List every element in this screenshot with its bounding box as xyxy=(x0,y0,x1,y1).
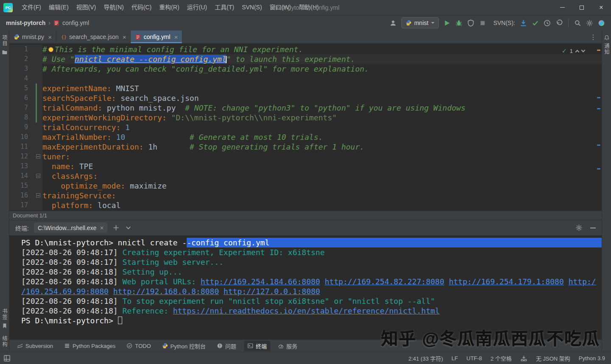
python-interpreter[interactable]: Python 3.9 xyxy=(579,355,605,361)
stripe-mark[interactable] xyxy=(597,108,600,109)
tool-button-project[interactable]: 项目 xyxy=(1,35,8,55)
terminal-line[interactable]: PS D:\mnist-pytorch> xyxy=(9,316,602,325)
menu-item[interactable]: 视图(V) xyxy=(73,0,100,15)
editor-line-5[interactable]: 5experimentName: MNIST xyxy=(9,83,602,93)
editor-line-1[interactable]: 1#This is the minimal config file for an… xyxy=(9,44,602,54)
tool-window-button-服务[interactable]: 服务 xyxy=(275,341,301,351)
terminal-link[interactable]: http://169.254.179.1:8080 xyxy=(449,277,564,286)
line-separator[interactable]: LF xyxy=(451,355,458,361)
shelf-icon[interactable] xyxy=(520,355,527,362)
run-configuration-select[interactable]: mnist xyxy=(401,17,438,28)
svn-commit-icon[interactable] xyxy=(532,19,539,27)
tab-options-icon[interactable]: ⋮ xyxy=(585,31,602,43)
terminal-line[interactable]: [2022-08-26 09:48:18] Web portal URLs: h… xyxy=(9,277,602,286)
minimize-button[interactable] xyxy=(552,0,572,15)
fold-marker-icon[interactable]: − xyxy=(36,154,40,158)
terminal-line[interactable]: [2022-08-26 09:48:17] Creating experimen… xyxy=(9,247,602,257)
editor-line-4[interactable]: 4 xyxy=(9,74,602,83)
file-encoding[interactable]: UTF-8 xyxy=(466,355,482,361)
editor-line-6[interactable]: 6searchSpaceFile: search_space.json xyxy=(9,93,602,103)
fold-marker-icon[interactable]: − xyxy=(36,174,40,178)
editor-line-14[interactable]: 14− classArgs: xyxy=(9,171,602,181)
menu-item[interactable]: 工具(T) xyxy=(211,0,238,15)
terminal-settings-icon[interactable] xyxy=(575,224,583,231)
history-icon[interactable] xyxy=(544,19,551,27)
terminal-line[interactable]: [2022-08-26 09:48:18] To stop experiment… xyxy=(9,296,602,306)
caret-position[interactable]: 2:41 (33 字符) xyxy=(408,354,443,362)
tool-window-button-问题[interactable]: 问题 xyxy=(213,341,240,351)
stripe-mark[interactable] xyxy=(597,168,600,169)
editor-line-12[interactable]: 12−tuner: xyxy=(9,152,602,161)
terminal-dropdown-icon[interactable] xyxy=(125,224,132,231)
search-everywhere-icon[interactable] xyxy=(574,19,581,27)
coverage-button[interactable] xyxy=(467,19,474,27)
terminal-line[interactable]: PS D:\mnist-pytorch> nnictl create --con… xyxy=(9,238,602,247)
inspections-widget[interactable]: ✓ 1 xyxy=(562,47,585,54)
terminal-link[interactable]: http://169.254.184.66:8080 xyxy=(201,277,320,286)
profile-colorful-icon[interactable] xyxy=(598,19,605,27)
tab-mnist.py[interactable]: mnist.py× xyxy=(9,31,56,43)
close-tab-icon[interactable]: × xyxy=(174,33,178,41)
terminal-line[interactable]: [2022-08-26 09:48:17] Starting web serve… xyxy=(9,257,602,267)
close-terminal-tab-icon[interactable]: × xyxy=(100,224,104,231)
new-terminal-button[interactable] xyxy=(112,224,120,231)
intention-bulb-icon[interactable] xyxy=(48,47,53,52)
menu-item[interactable]: 文件(F) xyxy=(18,0,45,15)
hide-terminal-icon[interactable] xyxy=(590,228,596,228)
settings-gear-icon[interactable] xyxy=(586,19,593,27)
tool-window-button-Python 控制台[interactable]: Python 控制台 xyxy=(159,341,209,351)
rollback-icon[interactable] xyxy=(555,19,563,27)
terminal-tab[interactable]: C:\Window...rshell.exe × xyxy=(34,222,107,233)
editor[interactable]: 1#This is the minimal config file for an… xyxy=(9,44,602,211)
close-button[interactable]: × xyxy=(591,0,611,15)
tab-config.yml[interactable]: config.yml× xyxy=(131,31,182,43)
indent-setting[interactable]: 2 个空格 xyxy=(490,354,512,362)
editor-line-3[interactable]: 3# Afterwards, you can check "config_det… xyxy=(9,64,602,74)
breadcrumb-project[interactable]: mnist-pytorch xyxy=(6,19,45,26)
editor-line-7[interactable]: 7trialCommand: python mnist.py # NOTE: c… xyxy=(9,103,602,113)
editor-line-11[interactable]: 11maxExperimentDuration: 1h # Stop gener… xyxy=(9,142,602,152)
terminal-link[interactable]: /169.254.69.99:8080 xyxy=(21,286,109,296)
tool-window-switcher-icon[interactable] xyxy=(3,355,11,362)
tool-button-notifications[interactable]: 通知 xyxy=(603,35,610,55)
menu-item[interactable]: 导航(N) xyxy=(100,0,127,15)
editor-line-9[interactable]: 9trialConcurrency: 1 xyxy=(9,122,602,132)
stop-button[interactable] xyxy=(479,19,486,27)
terminal-link[interactable]: http://169.254.82.227:8080 xyxy=(325,277,444,286)
json-schema[interactable]: 无 JSON 架构 xyxy=(536,354,570,362)
error-stripe[interactable] xyxy=(597,44,600,211)
terminal-line[interactable]: [2022-08-26 09:48:18] Reference: https:/… xyxy=(9,306,602,316)
menu-item[interactable]: 代码(C) xyxy=(128,0,155,15)
tab-search_space.json[interactable]: {}search_space.json× xyxy=(56,31,131,43)
tool-window-button-Python Packages[interactable]: Python Packages xyxy=(61,342,119,350)
run-button[interactable] xyxy=(443,19,451,27)
prev-problem-icon[interactable] xyxy=(575,50,580,54)
editor-line-10[interactable]: 10maxTrialNumber: 10 # Generate at most … xyxy=(9,132,602,142)
tool-window-button-终端[interactable]: 终端 xyxy=(244,341,270,351)
stripe-mark[interactable] xyxy=(597,50,600,51)
stripe-mark[interactable] xyxy=(597,144,600,146)
tool-button-bookmarks[interactable]: 书签 xyxy=(1,308,8,329)
terminal-line[interactable]: /169.254.69.99:8080 http://192.168.0.8:8… xyxy=(9,286,602,296)
debug-button[interactable] xyxy=(455,19,462,27)
breadcrumb-file[interactable]: config.yml xyxy=(62,19,89,26)
close-tab-icon[interactable]: × xyxy=(123,33,126,41)
tool-button-structure[interactable]: 结构 xyxy=(1,336,8,347)
fold-marker-icon[interactable]: − xyxy=(36,193,40,197)
close-tab-icon[interactable]: × xyxy=(48,33,52,41)
terminal-link[interactable]: http://127.0.0.1:8080 xyxy=(224,286,320,296)
editor-line-13[interactable]: 13 name: TPE xyxy=(9,161,602,171)
tool-window-button-TODO[interactable]: TODO xyxy=(123,342,154,350)
editor-line-15[interactable]: 15 optimize_mode: maximize xyxy=(9,181,602,191)
editor-line-17[interactable]: 17 platform: local xyxy=(9,200,602,210)
terminal-link[interactable]: https://nni.readthedocs.io/en/stable/ref… xyxy=(173,306,440,316)
menu-item[interactable]: 编辑(E) xyxy=(45,0,73,15)
next-problem-icon[interactable] xyxy=(581,48,586,53)
tool-window-button-Subversion[interactable]: Subversion xyxy=(14,342,56,350)
svn-update-icon[interactable] xyxy=(520,19,527,27)
stripe-mark[interactable] xyxy=(597,97,600,98)
terminal-link[interactable]: http://192.168.0.8:8080 xyxy=(113,286,219,296)
user-icon[interactable] xyxy=(390,19,397,27)
maximize-button[interactable] xyxy=(572,0,591,15)
menu-item[interactable]: 重构(R) xyxy=(155,0,183,15)
